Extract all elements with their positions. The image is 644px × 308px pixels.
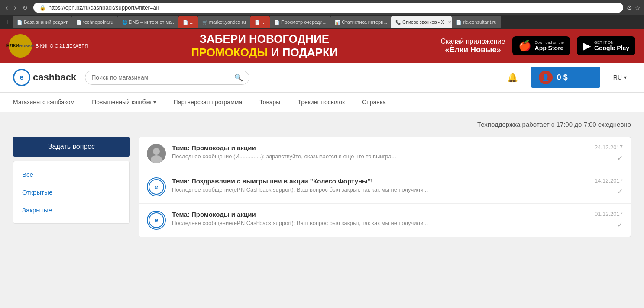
tab-favicon: 📄 (456, 20, 461, 25)
site-nav: Магазины с кэшбэком Повышенный кэшбэк ▾ … (0, 93, 644, 112)
app-name: «Ёлки Новые» (440, 45, 505, 55)
svg-point-1 (153, 148, 160, 155)
browser-actions: ⚙ ☆ (627, 4, 641, 11)
movie-logo: ЁЛКИНОВЫЕ (9, 34, 32, 58)
tab-item[interactable]: 📄 ... (178, 16, 198, 28)
tab-item-active[interactable]: 📞 Список звонков - X ✕ (391, 16, 452, 28)
support-hours: Техподдержка работает с 17:00 до 7:00 еж… (13, 121, 631, 128)
new-tab-button[interactable]: + (2, 18, 13, 26)
ticket-preview: Последнее сообщение(ePN Cashback support… (172, 220, 582, 226)
epn-logo: e (149, 179, 164, 195)
tab-item[interactable]: 📄 ... (250, 16, 270, 28)
banner-promo: ЗАБЕРИ НОВОГОДНИЕ ПРОМОКОДЫ И ПОДАРКИ (97, 32, 432, 59)
ticket-meta: 14.12.2017 ✓ (588, 177, 623, 196)
filter-open[interactable]: Открытые (13, 183, 129, 201)
tab-favicon: 📄 (274, 20, 279, 25)
appstore-label: Download on the App Store (535, 40, 564, 51)
forward-button[interactable]: › (12, 3, 18, 13)
filter-closed[interactable]: Закрытые (13, 201, 129, 219)
ticket-title: Тема: Поздравляем с выигрышем в акции "К… (172, 177, 582, 185)
banner-left: ЁЛКИНОВЫЕ В КИНО С 21 ДЕКАБРЯ (9, 34, 88, 58)
tab-item[interactable]: 📊 Статистика интерн... (330, 16, 391, 28)
sidebar: Задать вопрос Все Открытые Закрытые (13, 137, 130, 237)
tab-favicon: 📞 (395, 20, 401, 25)
banner-right: Скачай приложение «Ёлки Новые» 🍎 Downloa… (440, 36, 635, 55)
ticket-check-icon: ✓ (617, 154, 623, 162)
apple-icon: 🍎 (518, 40, 531, 52)
tab-item[interactable]: 📄 Просмотр очереди... (270, 16, 330, 28)
tab-label: technopoint.ru (83, 19, 113, 25)
ticket-date: 14.12.2017 (595, 177, 623, 184)
address-bar[interactable]: 🔒 https://epn.bz/ru/cashback/support/#fi… (33, 3, 623, 13)
bookmark-icon: ☆ (635, 4, 641, 11)
tab-favicon: 📄 (17, 20, 22, 25)
tab-favicon: 🌐 (122, 20, 127, 25)
logo[interactable]: e cashback (13, 69, 76, 86)
tab-favicon: 📊 (335, 20, 340, 25)
notification-bell[interactable]: 🔔 (503, 72, 522, 83)
tab-label: ric.consultant.ru (463, 19, 497, 25)
site-header: e cashback 🔍 🔔 👤 0 $ RU ▾ (0, 63, 644, 93)
movie-info: В КИНО С 21 ДЕКАБРЯ (36, 43, 88, 48)
ticket-avatar: e (147, 211, 166, 230)
promo-and-gifts: И ПОДАРКИ (271, 46, 338, 59)
tab-close-icon[interactable]: ✕ (448, 20, 451, 25)
browser-chrome: ‹ › ↻ 🔒 https://epn.bz/ru/cashback/suppo… (0, 0, 644, 15)
nav-partner[interactable]: Партнерская программа (174, 93, 243, 112)
lang-label: RU (613, 74, 622, 81)
extensions-icon: ⚙ (627, 4, 632, 11)
user-avatar: 👤 (539, 71, 553, 84)
nav-partner-label: Партнерская программа (174, 99, 243, 106)
ticket-item[interactable]: e Тема: Поздравляем с выигрышем в акции … (139, 170, 631, 204)
back-button[interactable]: ‹ (3, 3, 10, 13)
filter-all[interactable]: Все (13, 166, 129, 183)
nav-tracking-label: Трекинг посылок (298, 99, 345, 106)
ticket-title: Тема: Промокоды и акции (172, 144, 582, 151)
tab-item[interactable]: 📄 ric.consultant.ru (452, 16, 501, 28)
user-balance-button[interactable]: 👤 0 $ (531, 67, 600, 88)
googleplay-icon: ▶ (583, 40, 591, 52)
tab-item[interactable]: 📄 База знаний редакт (13, 16, 72, 28)
nav-cashback[interactable]: Повышенный кэшбэк ▾ (92, 93, 156, 112)
tab-favicon: 🛒 (202, 20, 207, 25)
ticket-check-icon: ✓ (617, 187, 623, 196)
tab-item[interactable]: 🌐 DNS – интернет ма... (118, 16, 178, 28)
tab-label: Статистика интерн... (342, 19, 387, 25)
refresh-button[interactable]: ↻ (20, 3, 30, 12)
ticket-item[interactable]: e Тема: Промокоды и акции Последнее сооб… (139, 204, 631, 237)
lock-icon: 🔒 (39, 5, 46, 11)
balance-amount: 0 $ (557, 73, 568, 82)
tab-label: ... (190, 19, 194, 25)
googleplay-button[interactable]: ▶ GET IT ON Google Play (577, 36, 635, 55)
ticket-meta: 01.12.2017 ✓ (588, 211, 623, 229)
epn-logo: e (149, 212, 164, 228)
search-icon[interactable]: 🔍 (234, 74, 243, 82)
language-selector[interactable]: RU ▾ (609, 74, 631, 81)
nav-tracking[interactable]: Трекинг посылок (298, 93, 345, 112)
url-text: https://epn.bz/ru/cashback/support/#filt… (49, 4, 617, 11)
ticket-meta: 24.12.2017 ✓ (588, 144, 623, 162)
search-input[interactable] (91, 74, 231, 81)
tab-item[interactable]: 📄 technopoint.ru (72, 16, 118, 28)
chevron-down-icon: ▾ (624, 74, 627, 81)
filter-list: Все Открытые Закрытые (13, 161, 130, 224)
ticket-check-icon: ✓ (617, 221, 623, 229)
appstore-button[interactable]: 🍎 Download on the App Store (512, 36, 570, 55)
ask-question-button[interactable]: Задать вопрос (13, 137, 130, 157)
tab-item[interactable]: 🛒 market.yandex.ru (198, 16, 250, 28)
ticket-item[interactable]: Тема: Промокоды и акции Последнее сообще… (139, 137, 631, 170)
ticket-body: Тема: Поздравляем с выигрышем в акции "К… (172, 177, 582, 193)
tab-label: ... (262, 19, 265, 25)
ticket-title: Тема: Промокоды и акции (172, 211, 582, 218)
ticket-avatar (147, 144, 166, 163)
tab-label: Список звонков - X (402, 19, 444, 25)
nav-cashback-arrow: ▾ (153, 99, 156, 106)
banner-app-text: Скачай приложение «Ёлки Новые» (440, 38, 505, 55)
tab-favicon: 📄 (183, 20, 188, 25)
nav-goods[interactable]: Товары (259, 93, 280, 112)
tab-label: Просмотр очереди... (281, 19, 327, 25)
ticket-date: 24.12.2017 (595, 144, 623, 151)
nav-help[interactable]: Справка (362, 93, 386, 112)
nav-stores[interactable]: Магазины с кэшбэком (13, 93, 74, 112)
search-box: 🔍 (85, 71, 249, 85)
